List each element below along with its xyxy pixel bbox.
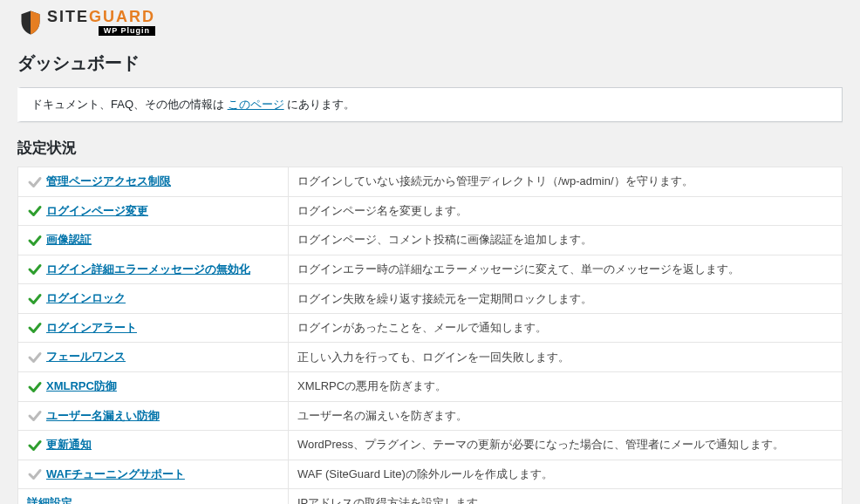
feature-label-cell: フェールワンス [18, 343, 289, 372]
feature-description: XMLRPCの悪用を防ぎます。 [289, 371, 843, 401]
table-row: ユーザー名漏えい防御ユーザー名の漏えいを防ぎます。 [18, 401, 843, 431]
feature-link[interactable]: フェールワンス [46, 350, 126, 363]
info-link[interactable]: このページ [228, 98, 284, 111]
feature-label-cell: ユーザー名漏えい防御 [18, 401, 289, 431]
table-row: ログイン詳細エラーメッセージの無効化ログインエラー時の詳細なエラーメッセージに変… [18, 255, 843, 284]
table-row: WAFチューニングサポートWAF (SiteGuard Lite)の除外ルールを… [18, 460, 843, 489]
info-notice: ドキュメント、FAQ、その他の情報は このページ にあります。 [17, 87, 843, 122]
table-row: 更新通知WordPress、プラグイン、テーマの更新が必要になった場合に、管理者… [18, 431, 843, 460]
feature-label-cell: ログインアラート [18, 313, 289, 343]
feature-description: ログインページ、コメント投稿に画像認証を追加します。 [289, 226, 843, 255]
info-suffix: にあります。 [284, 98, 356, 111]
settings-table: 管理ページアクセス制限ログインしていない接続元から管理ディレクトリ（/wp-ad… [17, 167, 843, 504]
feature-link[interactable]: 画像認証 [46, 233, 92, 246]
feature-label-cell: 管理ページアクセス制限 [18, 167, 289, 197]
section-title: 設定状況 [17, 138, 843, 158]
feature-link[interactable]: XMLRPC防御 [46, 379, 117, 392]
feature-description: ログイン失敗を繰り返す接続元を一定期間ロックします。 [289, 284, 843, 314]
table-row: ログインページ変更ログインページ名を変更します。 [18, 196, 843, 226]
feature-description: ログインがあったことを、メールで通知します。 [289, 313, 843, 343]
brand-name: SITEGUARD [47, 9, 155, 24]
check-enabled-icon [27, 438, 43, 453]
check-enabled-icon [27, 320, 43, 336]
check-enabled-icon [27, 262, 43, 277]
brand-logo: SITEGUARD WP Plugin [17, 9, 843, 36]
feature-description: WordPress、プラグイン、テーマの更新が必要になった場合に、管理者にメール… [289, 431, 843, 460]
feature-description: ログインしていない接続元から管理ディレクトリ（/wp-admin/）を守ります。 [289, 167, 843, 197]
check-disabled-icon [27, 408, 43, 424]
table-row: 詳細設定IPアドレスの取得方法を設定します。 [18, 489, 843, 504]
brand-subtitle: WP Plugin [99, 26, 155, 36]
feature-description: ログインページ名を変更します。 [289, 196, 843, 226]
feature-description: IPアドレスの取得方法を設定します。 [289, 489, 843, 504]
feature-label-cell: 更新通知 [18, 431, 289, 460]
feature-link[interactable]: ユーザー名漏えい防御 [46, 409, 160, 422]
feature-label-cell: 画像認証 [18, 226, 289, 255]
feature-label-cell: XMLRPC防御 [18, 371, 289, 401]
feature-label-cell: ログインページ変更 [18, 196, 289, 226]
feature-label-cell: WAFチューニングサポート [18, 460, 289, 489]
table-row: ログインアラートログインがあったことを、メールで通知します。 [18, 313, 843, 343]
feature-link[interactable]: ログインページ変更 [46, 204, 148, 217]
feature-link[interactable]: ログインアラート [46, 321, 137, 334]
check-disabled-icon [27, 467, 43, 482]
check-enabled-icon [27, 203, 43, 219]
feature-link[interactable]: 管理ページアクセス制限 [46, 174, 171, 187]
feature-link[interactable]: 更新通知 [46, 438, 92, 451]
feature-description: WAF (SiteGuard Lite)の除外ルールを作成します。 [289, 460, 843, 489]
feature-link[interactable]: ログイン詳細エラーメッセージの無効化 [46, 262, 250, 276]
info-prefix: ドキュメント、FAQ、その他の情報は [31, 98, 228, 111]
feature-description: ユーザー名の漏えいを防ぎます。 [289, 401, 843, 431]
table-row: XMLRPC防御XMLRPCの悪用を防ぎます。 [18, 371, 843, 401]
table-row: 管理ページアクセス制限ログインしていない接続元から管理ディレクトリ（/wp-ad… [18, 167, 843, 197]
check-enabled-icon [27, 379, 43, 395]
feature-link[interactable]: WAFチューニングサポート [46, 467, 185, 480]
feature-link[interactable]: 詳細設定 [27, 496, 72, 504]
check-enabled-icon [27, 233, 43, 249]
check-disabled-icon [27, 174, 43, 190]
feature-description: 正しい入力を行っても、ログインを一回失敗します。 [289, 343, 843, 372]
page-title: ダッシュボード [17, 51, 843, 75]
table-row: フェールワンス正しい入力を行っても、ログインを一回失敗します。 [18, 343, 843, 372]
feature-description: ログインエラー時の詳細なエラーメッセージに変えて、単一のメッセージを返します。 [289, 255, 843, 284]
check-disabled-icon [27, 350, 43, 365]
shield-icon [17, 10, 44, 36]
feature-label-cell: ログイン詳細エラーメッセージの無効化 [18, 255, 289, 284]
check-enabled-icon [27, 291, 43, 307]
table-row: 画像認証ログインページ、コメント投稿に画像認証を追加します。 [18, 226, 843, 255]
feature-label-cell: 詳細設定 [18, 489, 289, 504]
table-row: ログインロックログイン失敗を繰り返す接続元を一定期間ロックします。 [18, 284, 843, 314]
feature-label-cell: ログインロック [18, 284, 289, 314]
feature-link[interactable]: ログインロック [46, 291, 126, 304]
